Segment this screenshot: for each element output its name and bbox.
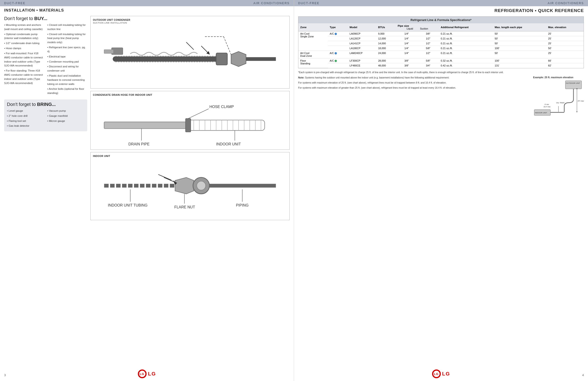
- outdoor-unit-svg: [93, 25, 287, 85]
- list-item: Anchor bolts (optional for floor standin…: [47, 87, 87, 95]
- td-model: LA141CP: [348, 41, 376, 46]
- td-additional-refrigerant: 0.21 oz./ft.: [439, 51, 493, 58]
- left-lg-logo-wrap: LG LG: [138, 369, 156, 378]
- td-btus: 18,000: [376, 46, 396, 51]
- svg-text:8' min: 8' min: [545, 104, 549, 105]
- svg-marker-36: [175, 178, 194, 194]
- th-max-elevation: Max. elevation: [546, 23, 584, 31]
- note-text: Note: Systems having the outdoor unit mo…: [298, 76, 530, 80]
- example-text: Note: Systems having the outdoor unit mo…: [298, 76, 530, 117]
- td-suction: 1/2": [417, 41, 439, 46]
- example-elevation-svg: OUTDOOR UNIT OIL TRAP INDOOR UNIT 25': [533, 80, 584, 116]
- table-row: LF480CE 48,000 3/8" 3/4" 0.42 oz./ft. 13…: [298, 63, 584, 68]
- example-title: Example: 25 ft. maximum elevation: [533, 76, 584, 79]
- diagram2-label: CONDENSATE DRAIN HOSE FOR INDOOR UNIT: [93, 93, 287, 96]
- th-zone: Zone: [298, 23, 328, 31]
- td-suction: 1/2": [417, 36, 439, 41]
- list-item: Condenser mounting pad: [47, 60, 87, 64]
- td-max-elevation: 50': [546, 46, 584, 51]
- bring-list-1: Level gauge 2" hole core drill Flaring t…: [7, 109, 44, 129]
- td-zone: FloorStanding: [298, 58, 328, 68]
- list-item: Closed cell insulating tubing for suctio…: [47, 23, 87, 31]
- outdoor-unit-diagram: OUTDOOR UNIT CONDENSER SUCTION LINE INST…: [90, 16, 290, 89]
- example-row: Note: Systems having the outdoor unit mo…: [298, 76, 584, 117]
- svg-text:LG: LG: [434, 372, 438, 376]
- td-max-length: 100': [493, 46, 546, 51]
- table-body: Art CoolSingle Zone A/C LA090CP 9,000 1/…: [298, 31, 584, 68]
- right-lg-circle-svg: LG: [433, 370, 440, 378]
- right-lg-logo-wrap: LG LG: [432, 369, 450, 378]
- list-item: Plastic duct and installation hardware t…: [47, 74, 87, 86]
- list-item: Mounting screws and anchors (wall mount …: [4, 23, 44, 31]
- bring-lists: Level gauge 2" hole core drill Flaring t…: [7, 109, 84, 129]
- td-model: LF300CP: [348, 58, 376, 63]
- th-suction: Suction: [420, 27, 428, 30]
- buy-list-2: Closed cell insulating tubing for suctio…: [47, 23, 87, 96]
- right-section-title: REFRIGERATION • QUICK REFERENCE: [294, 6, 588, 14]
- refrigeration-title: REFRIGERATION • QUICK REFERENCE: [298, 8, 584, 13]
- td-model: LAM240CP: [348, 51, 376, 58]
- svg-line-7: [186, 42, 194, 50]
- refrigerant-table-container: Refrigerant Line & Formula Specification…: [298, 16, 584, 68]
- ac-type-icon: [335, 33, 337, 35]
- td-max-length: 50': [493, 41, 546, 46]
- left-lists-column: Don't forget to BUY... Mounting screws a…: [4, 16, 87, 220]
- list-item: For wall-mounted: Four #18 AWG conductor…: [4, 51, 44, 68]
- td-max-length: 131': [493, 63, 546, 68]
- buy-list-1: Mounting screws and anchors (wall mount …: [4, 23, 44, 96]
- notes-section: *Each system is pre-charged with enough …: [298, 71, 584, 74]
- table-row: Art CoolSingle Zone A/C LA090CP 9,000 1/…: [298, 31, 584, 36]
- td-max-elevation: 25': [546, 41, 584, 46]
- svg-text:LG: LG: [140, 372, 144, 376]
- svg-line-28: [188, 109, 209, 119]
- list-item: Optional condensate pump (interior wall …: [4, 32, 44, 41]
- th-model: Model: [348, 23, 376, 31]
- td-additional-refrigerant: 0.21 oz./ft.: [439, 46, 493, 51]
- list-item: Vacuum pump: [47, 109, 84, 113]
- td-suction: 5/8": [417, 58, 439, 63]
- list-item: Closed cell insulating tubing for heat p…: [47, 32, 87, 45]
- example-diagram: Example: 25 ft. maximum elevation OUTDOO…: [533, 76, 584, 117]
- table-title: Refrigerant Line & Formula Specification…: [298, 17, 584, 23]
- list-item: Gauge manifold: [47, 114, 84, 118]
- td-max-length: 50': [493, 36, 546, 41]
- list-item: Electrical tape: [47, 55, 87, 59]
- td-additional-refrigerant: 0.21 oz./ft.: [439, 41, 493, 46]
- list-item: Hose clamps: [4, 46, 44, 50]
- diagrams-column: OUTDOOR UNIT CONDENSER SUCTION LINE INST…: [90, 16, 290, 220]
- bring-list-2: Vacuum pump Gauge manifold Micron gauge: [47, 109, 84, 129]
- condensate-drain-svg: HOSE CLAMP DRAIN PIPE INDOOR UNIT DRAIN …: [93, 98, 287, 146]
- footnote-text: *Each system is pre-charged with enough …: [298, 71, 584, 74]
- note-detail1: For systems with maximum elevation of 25…: [298, 81, 530, 85]
- table-row: FloorStanding A/C LF300CP 28,000 3/8" 5/…: [298, 58, 584, 63]
- table-row: LA180CP 18,000 1/4" 5/8" 0.21 oz./ft. 10…: [298, 46, 584, 51]
- td-btus: 28,000: [376, 58, 396, 63]
- table-row: Art CoolDual Zone A/C LAM240CP 24,000 1/…: [298, 51, 584, 58]
- right-page-number: 4: [582, 373, 584, 377]
- td-additional-refrigerant: 0.42 oz./ft.: [439, 63, 493, 68]
- td-model: LA090CP: [348, 31, 376, 36]
- svg-line-11: [224, 37, 231, 55]
- svg-rect-9: [104, 50, 113, 53]
- installation-materials-title: INSTALLATION • MATERIALS: [4, 8, 290, 13]
- th-type: Type: [328, 23, 348, 31]
- list-item: Flaring tool set: [7, 119, 44, 123]
- svg-text:INDOOR UNIT TUBING: INDOOR UNIT TUBING: [108, 203, 147, 207]
- th-liquid: Liquid: [406, 27, 413, 30]
- th-max-length: Max. length each pipe: [493, 23, 546, 31]
- td-additional-refrigerant: 0.32 oz./ft.: [439, 58, 493, 63]
- list-item: Gas leak detector: [7, 124, 44, 128]
- list-item: Refrigerant line (see specs. pg. 4): [47, 45, 87, 54]
- list-item: Disconnect and wiring for condenser unit: [47, 65, 87, 73]
- svg-text:INDOOR UNIT: INDOOR UNIT: [216, 142, 241, 146]
- list-item: Micron gauge: [47, 119, 84, 123]
- buy-title: Don't forget to BUY...: [4, 16, 87, 21]
- svg-line-41: [158, 175, 171, 180]
- td-type: [328, 41, 348, 46]
- right-lg-circle: LG: [432, 369, 441, 378]
- right-header-left: DUCT-FREE: [298, 1, 319, 5]
- left-lg-circle: LG: [138, 369, 147, 378]
- td-max-elevation: 25': [546, 36, 584, 41]
- th-additional-refrigerant: Additional Refrigerant: [439, 23, 493, 31]
- left-page-number: 3: [4, 373, 6, 377]
